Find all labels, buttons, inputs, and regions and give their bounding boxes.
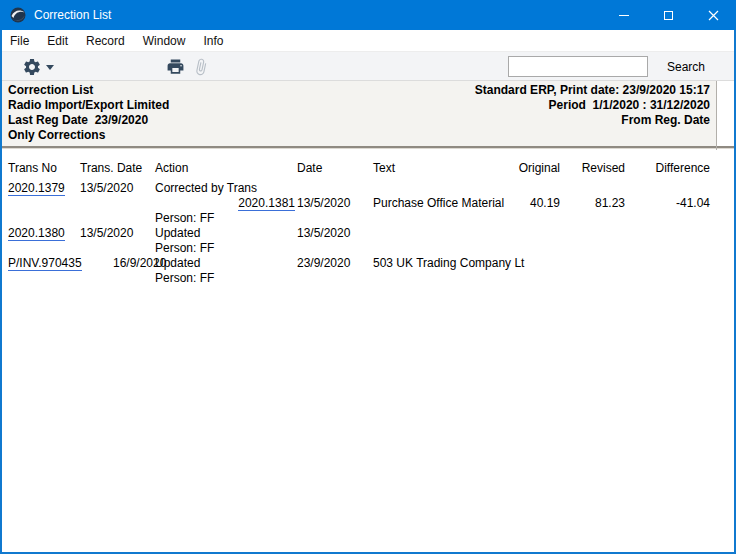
person-cell: Person: FF bbox=[155, 271, 214, 286]
maximize-button[interactable] bbox=[646, 0, 691, 30]
close-button[interactable] bbox=[691, 0, 736, 30]
company-name: Radio Import/Export Limited bbox=[8, 98, 169, 113]
report-header-left: Correction List Radio Import/Export Limi… bbox=[8, 83, 169, 143]
trans-no-link[interactable]: 2020.1380 bbox=[8, 226, 65, 241]
last-reg-date: Last Reg Date 23/9/2020 bbox=[8, 113, 169, 128]
search-input[interactable] bbox=[508, 56, 648, 77]
table-header-row: Trans No Trans. Date Action Date Text Or… bbox=[2, 161, 716, 176]
gear-icon bbox=[22, 57, 42, 77]
corrected-by-cell: 2020.1381 bbox=[155, 196, 295, 211]
date-cell: 23/9/2020 bbox=[297, 256, 350, 271]
operations-menu-button[interactable] bbox=[22, 55, 54, 78]
minimize-icon bbox=[619, 15, 629, 16]
action-cell: Updated bbox=[155, 226, 200, 241]
action-cell: Corrected by Trans bbox=[155, 181, 257, 196]
print-date: Standard ERP, Print date: 23/9/2020 15:1… bbox=[475, 83, 710, 98]
report-header-right: Standard ERP, Print date: 23/9/2020 15:1… bbox=[475, 83, 710, 128]
window-title: Correction List bbox=[34, 0, 111, 30]
column-header-action: Action bbox=[155, 161, 188, 176]
trans-no-link[interactable]: 2020.1379 bbox=[8, 181, 65, 196]
report-period: Period 1/1/2020 : 31/12/2020 bbox=[475, 98, 710, 113]
table-row: 2020.1380 13/5/2020 Updated 13/5/2020 bbox=[2, 226, 716, 241]
trans-no-cell: P/INV.970435 bbox=[8, 256, 82, 271]
column-header-trans-no: Trans No bbox=[8, 161, 57, 176]
action-cell: Updated bbox=[155, 256, 200, 271]
table-row: Person: FF bbox=[2, 211, 716, 226]
trans-date-cell: 13/5/2020 bbox=[80, 181, 133, 196]
chevron-down-icon bbox=[46, 65, 54, 70]
table-row: Person: FF bbox=[2, 271, 716, 286]
table-row: 2020.1381 13/5/2020 Purchase Office Mate… bbox=[2, 196, 716, 211]
table-row: P/INV.970435 16/9/2020 Updated 23/9/2020… bbox=[2, 256, 716, 271]
toolbar: Search bbox=[2, 52, 734, 81]
difference-cell: -41.04 bbox=[625, 196, 710, 211]
search-button[interactable]: Search bbox=[661, 52, 711, 81]
column-header-trans-date: Trans. Date bbox=[80, 161, 142, 176]
column-header-revised: Revised bbox=[545, 161, 625, 176]
date-cell: 13/5/2020 bbox=[297, 196, 350, 211]
menu-file[interactable]: File bbox=[4, 30, 35, 52]
from-reg-date: From Reg. Date bbox=[475, 113, 710, 128]
report-body: Trans No Trans. Date Action Date Text Or… bbox=[2, 150, 734, 552]
person-cell: Person: FF bbox=[155, 241, 214, 256]
printer-icon bbox=[165, 57, 186, 76]
menu-bar: File Edit Record Window Info bbox=[2, 30, 734, 52]
trans-no-link[interactable]: P/INV.970435 bbox=[8, 256, 82, 271]
column-header-date: Date bbox=[297, 161, 322, 176]
maximize-icon bbox=[664, 11, 673, 20]
trans-no-cell: 2020.1379 bbox=[8, 181, 65, 196]
menu-info[interactable]: Info bbox=[197, 30, 229, 52]
report-header: Correction List Radio Import/Export Limi… bbox=[2, 81, 716, 146]
menu-record[interactable]: Record bbox=[80, 30, 131, 52]
report-title: Correction List bbox=[8, 83, 169, 98]
close-icon bbox=[708, 10, 719, 21]
attachments-button[interactable] bbox=[190, 53, 212, 79]
app-logo-icon bbox=[10, 7, 26, 23]
app-window: Correction List File Edit Record Window … bbox=[0, 0, 736, 554]
table-row: Person: FF bbox=[2, 241, 716, 256]
paperclip-icon bbox=[190, 55, 212, 78]
table-row: 2020.1379 13/5/2020 Corrected by Trans bbox=[2, 181, 716, 196]
window-border-left bbox=[0, 30, 2, 554]
date-cell: 13/5/2020 bbox=[297, 226, 350, 241]
column-header-text: Text bbox=[373, 161, 395, 176]
trans-no-cell: 2020.1380 bbox=[8, 226, 65, 241]
only-corrections: Only Corrections bbox=[8, 128, 169, 143]
person-cell: Person: FF bbox=[155, 211, 214, 226]
minimize-button[interactable] bbox=[601, 0, 646, 30]
menu-edit[interactable]: Edit bbox=[41, 30, 74, 52]
print-button[interactable] bbox=[165, 55, 186, 78]
corrected-trans-link[interactable]: 2020.1381 bbox=[238, 196, 295, 211]
column-header-difference: Difference bbox=[625, 161, 710, 176]
menu-window[interactable]: Window bbox=[137, 30, 192, 52]
trans-date-cell: 13/5/2020 bbox=[80, 226, 133, 241]
revised-cell: 81.23 bbox=[545, 196, 625, 211]
window-controls bbox=[601, 0, 736, 30]
text-cell: 503 UK Trading Company Lt bbox=[373, 256, 524, 271]
title-bar: Correction List bbox=[0, 0, 736, 30]
header-separator-highlight bbox=[2, 148, 734, 149]
